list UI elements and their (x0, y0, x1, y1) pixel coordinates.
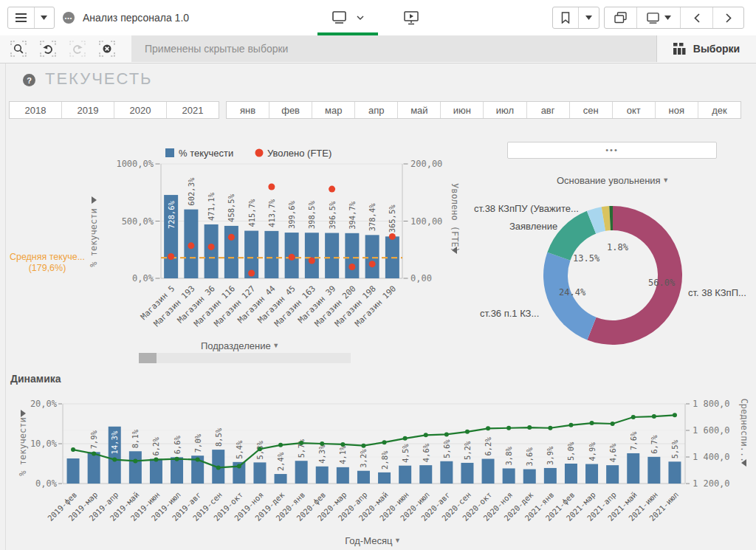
scrollbar-track[interactable] (139, 353, 351, 363)
line-point[interactable] (237, 464, 241, 469)
line-point[interactable] (548, 426, 552, 430)
bar[interactable] (482, 459, 495, 484)
month-filter-option[interactable]: апр (354, 102, 397, 118)
bar[interactable] (523, 470, 536, 484)
month-filter-option[interactable]: июл (483, 102, 526, 118)
trend-line[interactable] (73, 415, 675, 467)
axis-range-arrow-icon[interactable] (21, 410, 26, 417)
clear-selections-button[interactable] (97, 39, 117, 58)
month-filter-option[interactable]: сен (569, 102, 612, 118)
presentation-mode-button[interactable] (402, 9, 421, 27)
month-filter-option[interactable]: авг (526, 102, 569, 118)
line-point[interactable] (320, 441, 324, 446)
line-point[interactable] (568, 423, 573, 427)
line-point[interactable] (92, 452, 96, 456)
scatter-dot[interactable] (228, 234, 235, 241)
line-point[interactable] (403, 436, 408, 441)
line-point[interactable] (361, 444, 365, 448)
scatter-dot[interactable] (208, 244, 215, 250)
month-filter-option[interactable]: янв (227, 102, 269, 118)
bar[interactable] (461, 463, 473, 484)
line-point[interactable] (299, 441, 303, 445)
bar[interactable] (565, 464, 577, 484)
line-point[interactable] (154, 458, 158, 462)
scatter-dot[interactable] (168, 253, 174, 260)
bar[interactable] (253, 462, 266, 484)
line-point[interactable] (444, 432, 449, 436)
previous-sheet-button[interactable] (680, 7, 712, 28)
bar[interactable] (419, 465, 432, 484)
bar[interactable] (224, 226, 238, 278)
bar[interactable] (544, 468, 557, 484)
line-point[interactable] (486, 426, 490, 430)
scatter-dot[interactable] (348, 264, 355, 270)
dismissal-reason-donut-chart[interactable]: Основание увольнения ▼ст. 38 КЗпП...56.0… (472, 168, 756, 359)
scatter-dot[interactable] (289, 254, 295, 261)
year-filter-option[interactable]: 2018 (10, 102, 61, 118)
bar[interactable] (345, 233, 359, 278)
line-point[interactable] (196, 458, 200, 462)
bar[interactable] (171, 457, 183, 484)
scrollbar-thumb[interactable] (139, 353, 157, 363)
undo-selection-button[interactable] (38, 39, 58, 58)
month-filter-option[interactable]: май (397, 102, 440, 118)
line-point[interactable] (611, 422, 615, 426)
more-options-button[interactable]: ••• (507, 142, 717, 159)
month-filter-option[interactable]: дек (698, 102, 740, 118)
bar[interactable] (88, 452, 100, 484)
line-point[interactable] (340, 442, 345, 447)
bar[interactable] (295, 461, 308, 484)
year-filter-option[interactable]: 2020 (114, 102, 166, 118)
bar[interactable] (399, 466, 411, 484)
line-point[interactable] (112, 458, 117, 462)
redo-selection-button[interactable] (68, 39, 87, 58)
x-axis-title[interactable]: Подразделение ▼ (201, 340, 279, 351)
bar[interactable] (647, 457, 660, 484)
bar[interactable] (150, 459, 162, 484)
line-point[interactable] (258, 447, 262, 451)
scatter-dot[interactable] (309, 257, 315, 264)
dynamics-combo-chart[interactable]: 20,0%10,0%0,0%1 800,01 600,01 400,01 200… (0, 395, 756, 550)
line-point[interactable] (652, 414, 656, 419)
scatter-dot[interactable] (268, 184, 275, 190)
bar[interactable] (275, 474, 287, 484)
line-point[interactable] (527, 425, 532, 430)
main-menu-caret-button[interactable] (34, 7, 53, 28)
bar[interactable] (503, 468, 515, 484)
sheet-selector[interactable] (317, 0, 378, 35)
bar[interactable] (305, 233, 319, 278)
bookmark-caret-button[interactable] (578, 7, 598, 28)
scatter-dot[interactable] (369, 261, 376, 267)
line-point[interactable] (506, 426, 511, 430)
month-filter-option[interactable]: окт (612, 102, 655, 118)
bar[interactable] (357, 471, 370, 484)
turnover-combo-chart[interactable]: % текучестиУволено (FTE)1000,0%500,0%0,0… (0, 133, 491, 377)
scatter-dot[interactable] (188, 242, 194, 249)
month-filter-option[interactable]: ноя (655, 102, 698, 118)
line-point[interactable] (382, 440, 387, 444)
help-icon[interactable]: ? (23, 74, 35, 86)
scatter-dot[interactable] (389, 233, 396, 240)
line-point[interactable] (465, 430, 470, 434)
selections-panel-button[interactable]: Выборки (656, 35, 756, 62)
bar[interactable] (378, 472, 391, 484)
line-point[interactable] (175, 457, 179, 461)
hamburger-menu-button[interactable] (8, 7, 34, 28)
donut-dimension-title[interactable]: Основание увольнения ▼ (557, 175, 669, 186)
bar[interactable] (205, 224, 219, 278)
bookmark-button[interactable] (553, 7, 578, 28)
bar[interactable] (585, 464, 598, 484)
line-point[interactable] (673, 413, 677, 417)
bar[interactable] (316, 467, 329, 484)
scatter-dot[interactable] (248, 270, 255, 277)
next-sheet-button[interactable] (712, 7, 743, 28)
month-filter-option[interactable]: фев (269, 102, 312, 118)
line-point[interactable] (631, 415, 636, 419)
line-point[interactable] (424, 433, 428, 437)
axis-range-arrow-icon[interactable] (92, 196, 97, 204)
bar[interactable] (337, 467, 349, 484)
bar[interactable] (264, 231, 278, 278)
year-filter-option[interactable]: 2021 (166, 102, 219, 118)
bar[interactable] (129, 451, 142, 484)
sheet-list-button[interactable] (636, 7, 680, 28)
